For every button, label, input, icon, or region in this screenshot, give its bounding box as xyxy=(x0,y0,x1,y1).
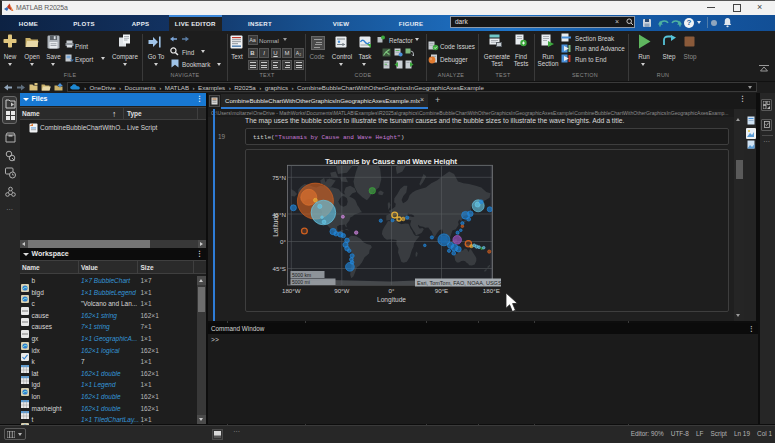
svg-text:0°: 0° xyxy=(280,238,286,245)
svg-text:90°E: 90°E xyxy=(435,287,448,294)
svg-text:Latitude: Latitude xyxy=(272,213,279,237)
svg-text:Esri, TomTom, FAO, NOAA, USGS: Esri, TomTom, FAO, NOAA, USGS xyxy=(417,280,502,286)
svg-text:45°S: 45°S xyxy=(273,265,286,272)
svg-text:180°E: 180°E xyxy=(483,287,500,294)
svg-text:90°W: 90°W xyxy=(334,287,349,294)
svg-text:180°W: 180°W xyxy=(282,287,301,294)
svg-text:Tsunamis by Cause and Wave Hei: Tsunamis by Cause and Wave Height xyxy=(325,157,458,166)
svg-text:0°: 0° xyxy=(389,287,395,294)
svg-text:5000 km: 5000 km xyxy=(292,272,311,278)
svg-text:5000 mi: 5000 mi xyxy=(292,279,310,285)
svg-text:75°N: 75°N xyxy=(272,174,286,181)
svg-text:Longitude: Longitude xyxy=(377,296,406,304)
